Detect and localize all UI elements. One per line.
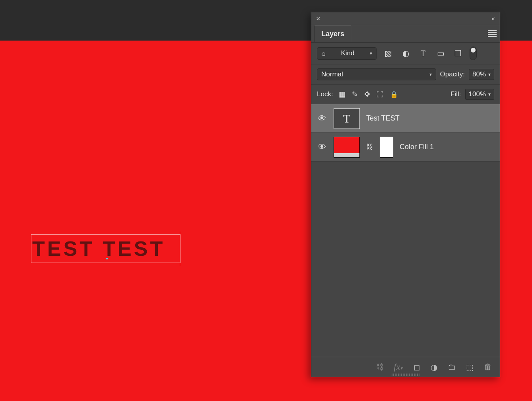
chevron-down-icon: ▾ [488, 91, 491, 97]
panel-resize-grip[interactable] [392, 374, 419, 376]
panel-menu-icon[interactable] [488, 30, 497, 37]
chevron-down-icon: ▾ [429, 72, 432, 77]
lock-pixels-icon[interactable] [352, 90, 358, 99]
panel-titlebar: × [311, 12, 500, 25]
filter-pixel-icon[interactable] [384, 49, 392, 58]
lock-row: Lock: Fill: 100% ▾ [311, 85, 500, 104]
chevron-down-icon: ▾ [370, 51, 372, 56]
search-icon [321, 49, 326, 58]
text-layer-content[interactable]: TEST TEST [31, 238, 165, 259]
link-mask-icon[interactable]: ⛓ [366, 143, 373, 151]
text-caret [180, 232, 180, 266]
layer-thumbnail-text[interactable]: T [334, 108, 360, 129]
fill-input[interactable]: 100% ▾ [465, 89, 494, 100]
add-mask-icon[interactable]: ◻ [414, 362, 420, 372]
fill-value: 100% [469, 90, 486, 98]
opacity-input[interactable]: 80% ▾ [469, 69, 494, 80]
collapse-panel-icon[interactable] [491, 15, 495, 22]
panel-tabbar: Layers [311, 25, 500, 43]
text-layer-bounding-box[interactable]: TEST TEST [31, 234, 181, 263]
filter-adjustment-icon[interactable] [401, 49, 410, 58]
filter-kind-label: Kind [341, 49, 354, 57]
blend-mode-select[interactable]: Normal ▾ [317, 68, 436, 80]
add-adjustment-icon[interactable]: ◑ [431, 362, 437, 372]
tab-label: Layers [321, 30, 344, 38]
lock-position-icon[interactable] [364, 90, 370, 99]
link-layers-icon[interactable]: ⛓ [376, 362, 384, 372]
close-panel-icon[interactable]: × [316, 15, 320, 22]
delete-layer-icon[interactable]: 🗑 [484, 362, 492, 372]
panel-footer: ⛓ fx▾ ◻ ◑ 🗀 ⬚ 🗑 [311, 357, 500, 377]
chevron-down-icon: ▾ [488, 72, 491, 77]
layer-fx-icon[interactable]: fx▾ [394, 362, 403, 372]
layers-list: 👁 T Test TEST 👁 ⛓ Color Fill 1 [311, 104, 500, 162]
filter-toggle[interactable] [470, 47, 477, 60]
filter-shape-icon[interactable] [436, 49, 445, 58]
blend-mode-value: Normal [321, 70, 343, 78]
filter-type-icon[interactable] [419, 49, 427, 58]
opacity-label: Opacity: [440, 70, 465, 78]
lock-transparency-icon[interactable] [339, 90, 346, 99]
lock-icons [339, 90, 398, 99]
type-layer-icon: T [343, 112, 350, 125]
filter-smartobject-icon[interactable] [454, 49, 462, 58]
opacity-value: 80% [472, 70, 486, 78]
visibility-toggle-icon[interactable]: 👁 [317, 142, 327, 152]
layer-row[interactable]: 👁 ⛓ Color Fill 1 [311, 133, 500, 162]
layer-thumbnail-fill[interactable] [334, 137, 360, 158]
filter-type-icons [384, 49, 462, 58]
new-group-icon[interactable]: 🗀 [448, 362, 456, 372]
layer-mask-thumbnail[interactable] [380, 137, 393, 158]
visibility-toggle-icon[interactable]: 👁 [317, 113, 327, 124]
fill-label: Fill: [450, 90, 461, 98]
layer-name[interactable]: Test TEST [366, 114, 400, 123]
layer-name[interactable]: Color Fill 1 [400, 143, 434, 151]
lock-label: Lock: [317, 90, 333, 98]
baseline-anchor-icon [106, 258, 108, 259]
lock-artboard-icon[interactable] [377, 90, 384, 99]
blend-row: Normal ▾ Opacity: 80% ▾ [311, 64, 500, 85]
filter-kind-select[interactable]: Kind ▾ [317, 47, 377, 60]
lock-all-icon[interactable] [390, 90, 398, 99]
tab-layers[interactable]: Layers [315, 25, 351, 42]
layer-row[interactable]: 👁 T Test TEST [311, 104, 500, 133]
layers-panel: × Layers Kind ▾ Normal ▾ Opaci [311, 12, 500, 377]
new-layer-icon[interactable]: ⬚ [466, 362, 474, 372]
layer-filter-row: Kind ▾ [311, 43, 500, 64]
